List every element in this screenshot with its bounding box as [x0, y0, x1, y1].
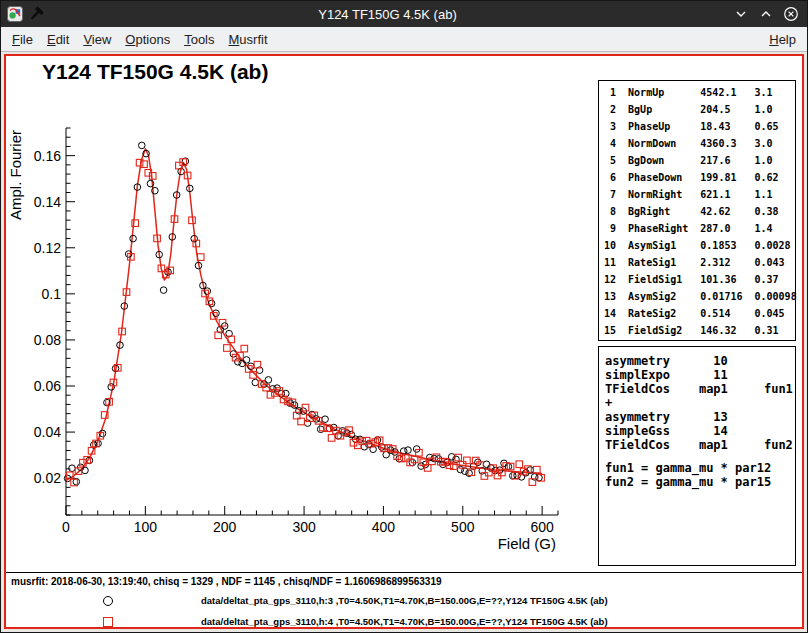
- svg-text:400: 400: [372, 519, 396, 535]
- param-row: 12 FieldSig1 101.36 0.37: [604, 271, 795, 288]
- legend-row: data/deltat_pta_gps_3110,h:4 ,T0=4.50K,T…: [6, 614, 802, 629]
- canvas-margin: Y124 TF150G 4.5K (ab) 010020030040050060…: [1, 52, 807, 632]
- close-button[interactable]: [781, 4, 801, 24]
- param-row: 5 BgDown 217.6 1.0: [604, 152, 795, 169]
- svg-text:100: 100: [134, 519, 158, 535]
- circle-marker-icon: [103, 596, 113, 606]
- svg-text:0.06: 0.06: [34, 378, 61, 394]
- fit-line: [66, 149, 542, 481]
- theory-line: +: [605, 396, 795, 410]
- scatter-squares: [67, 159, 545, 486]
- svg-text:0.08: 0.08: [34, 332, 61, 348]
- param-row: 3 PhaseUp 18.43 0.65: [604, 118, 795, 135]
- param-row: 9 PhaseRight 287.0 1.4: [604, 220, 795, 237]
- svg-text:300: 300: [292, 519, 316, 535]
- svg-text:0.16: 0.16: [34, 148, 61, 164]
- menu-item-help[interactable]: Help: [762, 29, 803, 50]
- hammer-icon: [28, 6, 44, 22]
- theory-line: simplExpo 11: [605, 368, 795, 382]
- app-icon[interactable]: [7, 6, 23, 22]
- param-row: 1 NormUp 4542.1 3.1: [604, 84, 795, 101]
- theory-stat-box: asymmetry 10simplExpo 11TFieldCos map1 f…: [598, 346, 796, 566]
- titlebar[interactable]: Y124 TF150G 4.5K (ab): [1, 1, 807, 27]
- fourier-amplitude-plot[interactable]: 01002003004005006000.020.040.060.080.10.…: [6, 114, 576, 556]
- menubar-right: Help: [762, 29, 803, 50]
- menubar: FileEditViewOptionsToolsMusrfit Help: [1, 27, 807, 52]
- menu-item-view[interactable]: View: [76, 29, 118, 50]
- theory-line: TFieldCos map1 fun1: [605, 382, 795, 396]
- svg-text:0.1: 0.1: [42, 286, 62, 302]
- svg-text:600: 600: [530, 519, 554, 535]
- fit-stats-line: musrfit: 2018-06-30, 13:19:40, chisq = 1…: [11, 576, 442, 587]
- theory-line: asymmetry 10: [605, 354, 795, 368]
- svg-text:500: 500: [451, 519, 475, 535]
- window-title: Y124 TF150G 4.5K (ab): [49, 7, 726, 22]
- plot-title: Y124 TF150G 4.5K (ab): [42, 60, 268, 84]
- svg-text:0: 0: [62, 519, 70, 535]
- svg-text:0.14: 0.14: [34, 194, 61, 210]
- maximize-button[interactable]: [756, 4, 776, 24]
- param-row: 10 AsymSig1 0.1853 0.0028: [604, 237, 795, 254]
- param-row: 7 NormRight 621.1 1.1: [604, 186, 795, 203]
- param-row: 6 PhaseDown 199.81 0.62: [604, 169, 795, 186]
- legend-label: data/deltat_pta_gps_3110,h:3 ,T0=4.50K,T…: [201, 595, 608, 606]
- param-row: 13 AsymSig2 0.01716 0.00098: [604, 288, 795, 305]
- axes: 01002003004005006000.020.040.060.080.10.…: [7, 128, 558, 552]
- menu-item-tools[interactable]: Tools: [177, 29, 221, 50]
- square-marker-icon: [103, 617, 113, 627]
- pad-divider: [6, 572, 802, 573]
- param-row: 8 BgRight 42.62 0.38: [604, 203, 795, 220]
- root-canvas[interactable]: Y124 TF150G 4.5K (ab) 010020030040050060…: [4, 54, 804, 629]
- menu-item-musrfit[interactable]: Musrfit: [222, 29, 275, 50]
- chevron-down-icon: [734, 7, 748, 21]
- menu-item-file[interactable]: File: [5, 29, 40, 50]
- menu-item-edit[interactable]: Edit: [40, 29, 76, 50]
- menubar-left: FileEditViewOptionsToolsMusrfit: [5, 29, 275, 50]
- svg-text:0.12: 0.12: [34, 240, 61, 256]
- app-window: Y124 TF150G 4.5K (ab) FileEditViewOption…: [0, 0, 808, 633]
- svg-text:Field (G): Field (G): [498, 535, 556, 552]
- chevron-up-icon: [759, 7, 773, 21]
- svg-text:200: 200: [213, 519, 237, 535]
- theory-line: simpleGss 14: [605, 424, 795, 438]
- svg-text:0.04: 0.04: [34, 424, 61, 440]
- param-row: 11 RateSig1 2.312 0.043: [604, 254, 795, 271]
- menu-item-options[interactable]: Options: [118, 29, 177, 50]
- theory-line: asymmetry 13: [605, 410, 795, 424]
- svg-text:0.02: 0.02: [34, 470, 61, 486]
- theory-line: fun1 = gamma_mu * par12: [605, 461, 795, 475]
- legend-label: data/deltat_pta_gps_3110,h:4 ,T0=4.50K,T…: [201, 616, 608, 627]
- svg-text:Ampl. Fourier: Ampl. Fourier: [7, 130, 24, 220]
- param-row: 4 NormDown 4360.3 3.0: [604, 135, 795, 152]
- param-row: 14 RateSig2 0.514 0.045: [604, 305, 795, 322]
- param-row: 15 FieldSig2 146.32 0.31: [604, 322, 795, 339]
- parameter-stat-box: 1 NormUp 4542.1 3.1 2 BgUp 204.5 1.0 3 P…: [598, 80, 796, 341]
- minimize-button[interactable]: [731, 4, 751, 24]
- theory-line: fun2 = gamma_mu * par15: [605, 475, 795, 489]
- theory-line: [605, 452, 795, 461]
- theory-line: TFieldCos map1 fun2: [605, 438, 795, 452]
- param-row: 2 BgUp 204.5 1.0: [604, 101, 795, 118]
- close-icon: [783, 6, 799, 22]
- legend-row: data/deltat_pta_gps_3110,h:3 ,T0=4.50K,T…: [6, 593, 802, 609]
